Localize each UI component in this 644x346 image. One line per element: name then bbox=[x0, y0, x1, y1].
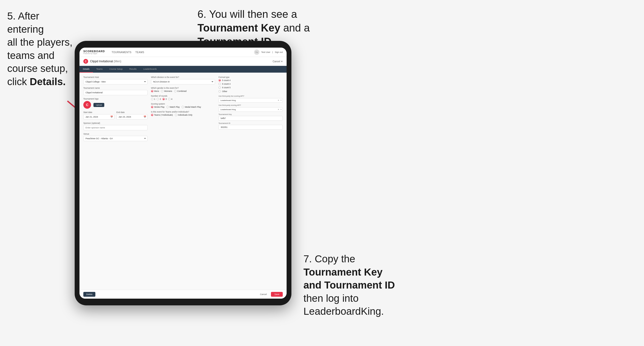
rounds-label: Number of rounds bbox=[151, 95, 215, 97]
api2-label: Use third-party scoring API? bbox=[218, 104, 283, 106]
date-row: Start date 📅 End date 📅 bbox=[83, 111, 148, 120]
tab-results[interactable]: Results bbox=[126, 66, 140, 73]
rounds-group: Number of rounds 1 2 bbox=[151, 95, 215, 100]
user-avatar: TU bbox=[254, 49, 260, 55]
tournament-id-label: Tournament ID bbox=[218, 122, 283, 124]
teams-radio-group: Teams (+Individuals) Individuals Only bbox=[151, 114, 215, 116]
rounds-3-radio[interactable] bbox=[162, 98, 165, 100]
logo-placeholder: C bbox=[83, 101, 91, 109]
rounds-2-radio[interactable] bbox=[156, 98, 159, 100]
start-date-label: Start date bbox=[83, 111, 114, 114]
gender-combined-radio[interactable] bbox=[174, 90, 176, 92]
gender-radio-group: Mens Womens Combined bbox=[151, 90, 215, 92]
rounds-1[interactable]: 1 bbox=[151, 98, 155, 100]
scoring-medal-radio[interactable] bbox=[182, 106, 184, 108]
teams-label: Is this event for Teams and/or Individua… bbox=[151, 111, 215, 113]
tablet-screen: SCOREBOARD Powered by clippd TOURNAMENTS… bbox=[80, 48, 286, 299]
format-5count4[interactable]: 5 count 4 bbox=[218, 79, 283, 82]
individuals-radio[interactable] bbox=[175, 114, 177, 116]
scoring-stroke[interactable]: Stroke Play bbox=[151, 106, 164, 108]
format-6count5[interactable]: 6 count 5 bbox=[218, 86, 283, 89]
form-columns: Tournament Host Clippd College - Men Tou… bbox=[83, 76, 283, 144]
rounds-4[interactable]: 4 bbox=[168, 98, 172, 100]
format-6count4-radio[interactable] bbox=[218, 83, 221, 85]
teams-plus-individuals[interactable]: Teams (+Individuals) bbox=[151, 114, 173, 116]
gender-mens[interactable]: Mens bbox=[151, 90, 159, 92]
sponsor-input[interactable] bbox=[83, 125, 148, 130]
nav-links: TOURNAMENTS TEAMS bbox=[112, 51, 144, 54]
tournament-host-select[interactable]: Clippd College - Men bbox=[83, 79, 148, 84]
format-other-radio[interactable] bbox=[218, 90, 221, 93]
rounds-radio-group: 1 2 3 4 bbox=[151, 98, 215, 100]
user-name: Test User bbox=[261, 51, 270, 53]
api1-group: Use third-party live scoring API? ✕ ▾ bbox=[218, 95, 283, 103]
format-5count4-radio[interactable] bbox=[218, 79, 221, 82]
venue-select[interactable]: Peachtree GC - Atlanta - GA bbox=[83, 136, 148, 141]
annotation-bottom-right: 7. Copy the Tournament Key and Tournamen… bbox=[304, 252, 429, 318]
nav-separator: | bbox=[272, 51, 273, 53]
tournament-logo-group: Tournament logo C Upload bbox=[83, 98, 148, 109]
sign-out-link[interactable]: Sign out bbox=[275, 51, 283, 53]
rounds-1-radio[interactable] bbox=[151, 98, 154, 100]
individuals-only[interactable]: Individuals Only bbox=[175, 114, 192, 116]
brand-name: SCOREBOARD bbox=[83, 50, 105, 53]
footer-cancel-button[interactable]: Cancel bbox=[258, 292, 269, 297]
delete-button[interactable]: Delete bbox=[83, 292, 95, 297]
tab-course-setup[interactable]: Course Setup bbox=[106, 66, 126, 73]
tournament-name-group: Tournament name bbox=[83, 87, 148, 95]
tab-details[interactable]: Details bbox=[80, 66, 93, 73]
scoring-match-radio[interactable] bbox=[166, 106, 169, 108]
column-middle: Which division is the event for? NCAA Di… bbox=[151, 76, 215, 144]
nav-teams[interactable]: TEAMS bbox=[135, 51, 144, 54]
format-6count4[interactable]: 6 count 4 bbox=[218, 83, 283, 85]
gender-combined[interactable]: Combined bbox=[174, 90, 187, 92]
gender-womens-radio[interactable] bbox=[161, 90, 163, 92]
tournament-host-label: Tournament Host bbox=[83, 76, 148, 78]
api1-chevron-icon: ▾ bbox=[280, 99, 282, 101]
tournament-header: C Clippd Invitational (Men) Cancel ✕ bbox=[80, 57, 286, 66]
venue-group: Venue Peachtree GC - Atlanta - GA bbox=[83, 133, 148, 141]
tournament-host-group: Tournament Host Clippd College - Men bbox=[83, 76, 148, 84]
division-label: Which division is the event for? bbox=[151, 76, 215, 78]
api2-select-wrap: ✕ ▾ bbox=[218, 107, 283, 112]
api1-clear-icon[interactable]: ✕ bbox=[278, 99, 279, 101]
format-options: 5 count 4 6 count 4 6 count 5 bbox=[218, 79, 283, 89]
tab-leaderboards[interactable]: Leaderboards bbox=[140, 66, 160, 73]
api2-input[interactable] bbox=[218, 107, 283, 112]
end-date-input[interactable] bbox=[116, 114, 148, 120]
scoring-match[interactable]: Match Play bbox=[166, 106, 180, 108]
venue-label: Venue bbox=[83, 133, 148, 135]
gender-mens-radio[interactable] bbox=[151, 90, 154, 92]
top-nav: SCOREBOARD Powered by clippd TOURNAMENTS… bbox=[80, 48, 286, 57]
scoring-stroke-radio[interactable] bbox=[151, 106, 154, 108]
tab-teams[interactable]: Teams bbox=[93, 66, 106, 73]
gender-label: Which gender is the event for? bbox=[151, 87, 215, 89]
upload-button[interactable]: Upload bbox=[94, 103, 104, 107]
save-button[interactable]: Save bbox=[271, 292, 283, 297]
tournament-icon: C bbox=[83, 59, 88, 64]
tournament-name-input[interactable] bbox=[83, 90, 148, 95]
api1-label: Use third-party live scoring API? bbox=[218, 95, 283, 97]
gender-womens[interactable]: Womens bbox=[161, 90, 172, 92]
rounds-3[interactable]: 3 bbox=[162, 98, 167, 100]
tournament-id-value: 302051 bbox=[218, 125, 283, 130]
nav-tournaments[interactable]: TOURNAMENTS bbox=[112, 51, 132, 54]
api1-input[interactable] bbox=[218, 98, 283, 103]
rounds-4-radio[interactable] bbox=[168, 98, 170, 100]
tablet-frame: SCOREBOARD Powered by clippd TOURNAMENTS… bbox=[75, 41, 292, 305]
cancel-button[interactable]: Cancel ✕ bbox=[273, 60, 283, 63]
division-select[interactable]: NCAA Division III bbox=[151, 79, 215, 84]
end-date-calendar-icon: 📅 bbox=[144, 116, 146, 118]
rounds-2[interactable]: 2 bbox=[156, 98, 161, 100]
start-date-wrap: 📅 bbox=[83, 114, 114, 120]
format-6count5-radio[interactable] bbox=[218, 86, 221, 89]
scoring-label: Scoring system bbox=[151, 103, 215, 105]
scoring-medal[interactable]: Medal Match Play bbox=[182, 106, 201, 108]
date-group: Start date 📅 End date 📅 bbox=[83, 111, 148, 120]
teams-radio[interactable] bbox=[151, 114, 154, 116]
api2-clear-icon[interactable]: ✕ bbox=[278, 108, 279, 110]
logo-upload: C Upload bbox=[83, 101, 148, 109]
format-other[interactable]: Other bbox=[218, 90, 283, 93]
start-date-input[interactable] bbox=[83, 114, 114, 120]
format-label: Format type bbox=[218, 76, 283, 78]
